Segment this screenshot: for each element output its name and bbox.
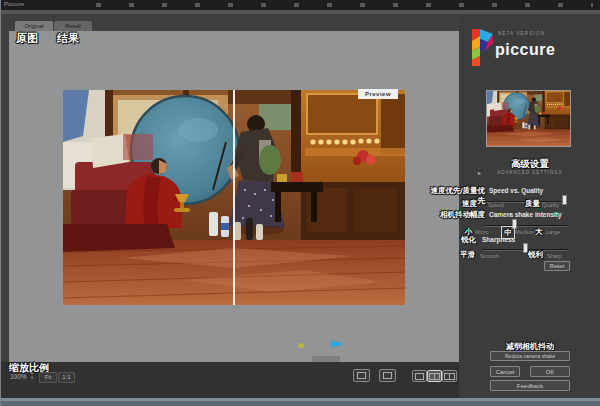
piccure-window: Piccure Original Result 原图 结果 Preview 缩放… [0, 0, 600, 406]
annotation-large: 大 [535, 227, 543, 237]
yellow-marker [298, 343, 304, 348]
quality-label: Quality [542, 202, 559, 208]
piccure-logo-icon [472, 29, 493, 70]
single-pane-icon [383, 372, 392, 379]
photo-thumbnail[interactable] [486, 90, 571, 147]
sharp-label: Sharp [547, 253, 562, 259]
view-mode-sidebyside-button[interactable] [442, 370, 457, 382]
title-bar[interactable]: Piccure [1, 0, 600, 10]
window-bottom-border [1, 398, 600, 406]
annotation-smooth: 平滑 [460, 250, 475, 260]
single-pane-icon [415, 373, 424, 380]
brand-name: piccure [495, 41, 555, 59]
large-label[interactable]: Large [546, 229, 560, 235]
thumbnail-scene [487, 91, 570, 146]
panel-collapse-handle[interactable] [312, 356, 340, 362]
sharpness-title: Sharpness [482, 236, 515, 243]
speed-vs-quality-title: Speed vs. Quality [489, 187, 543, 194]
zoom-value[interactable]: 100% [10, 373, 27, 380]
annotation-original: 原图 [16, 31, 38, 46]
view-mode-result-button[interactable] [379, 369, 396, 382]
annotation-sharp: 锐利 [528, 250, 543, 260]
tab-result[interactable]: Result [54, 21, 92, 31]
preview-badge: Preview [358, 89, 398, 99]
annotation-camera-shake: 相机抖动幅度 [425, 210, 485, 220]
annotation-quality: 质量 [525, 199, 540, 209]
slider-track [483, 225, 569, 227]
micro-label[interactable]: Micro [475, 229, 488, 235]
titlebar-pattern [96, 3, 593, 7]
beta-version-label: BETA VERSION [498, 31, 545, 36]
zoom-fit-button[interactable]: Fit [39, 372, 57, 383]
before-after-divider[interactable] [233, 90, 235, 305]
medium-label[interactable]: Medium [515, 229, 535, 235]
view-mode-single-button[interactable] [412, 370, 427, 382]
annotation-result: 结果 [57, 31, 79, 46]
reset-button[interactable]: Reset [544, 261, 570, 271]
view-mode-original-button[interactable] [353, 369, 370, 382]
ok-button[interactable]: OK [530, 366, 570, 377]
split-pane-icon [444, 373, 455, 380]
window-title: Piccure [4, 1, 24, 7]
speed-label: Speed [488, 202, 504, 208]
zoom-step-down-icon[interactable]: ▼ [29, 376, 35, 381]
sharpness-slider[interactable] [483, 243, 569, 253]
advanced-settings-title-en: ADVANCED SETTINGS [459, 170, 600, 175]
reduce-camera-shake-button[interactable]: Reduce camera shake [490, 351, 570, 361]
annotation-speed: 速度 [462, 199, 477, 209]
camera-shake-title: Camera shake intensity [489, 211, 562, 218]
split-pane-icon [429, 373, 440, 380]
slider-handle[interactable] [562, 195, 567, 205]
cancel-button[interactable]: Cancel [490, 366, 520, 377]
annotation-sharpness: 锐化 [461, 235, 476, 245]
feedback-button[interactable]: Feedback [490, 380, 570, 391]
view-mode-split-button-active[interactable] [427, 370, 442, 382]
single-pane-icon [357, 372, 366, 379]
camera-shake-slider[interactable] [483, 219, 569, 229]
smooth-label: Smooth [480, 253, 499, 259]
cyan-arrow-icon [331, 340, 344, 348]
zoom-stepper[interactable]: ▲ ▼ [29, 371, 35, 380]
tab-original[interactable]: Original [15, 21, 53, 31]
zoom-actual-button[interactable]: 1:1 [58, 372, 75, 383]
